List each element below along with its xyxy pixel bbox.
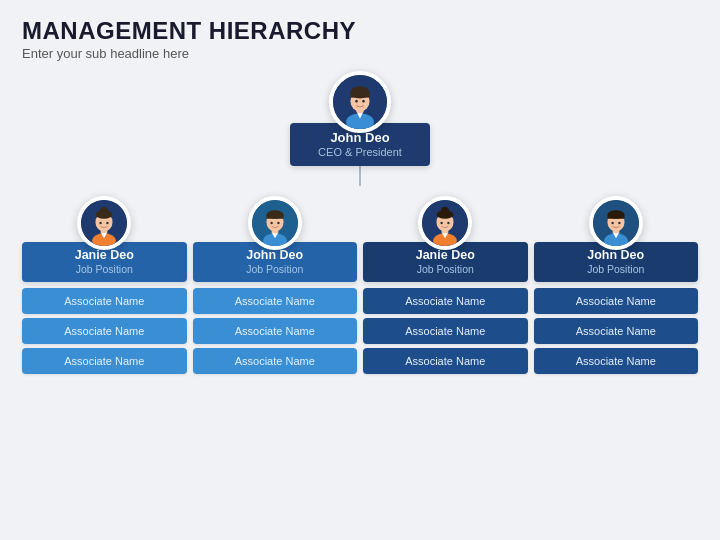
assoc-box-0-2: Associate Name — [22, 348, 187, 374]
svg-point-27 — [277, 222, 279, 224]
assoc-box-1-2: Associate Name — [193, 348, 358, 374]
mid-avatar-1 — [248, 196, 302, 250]
mid-pos-0: Job Position — [28, 263, 181, 275]
assoc-box-2-1: Associate Name — [363, 318, 528, 344]
svg-point-34 — [441, 207, 450, 216]
person-card-3: John Deo Job Position — [534, 196, 699, 282]
assoc-rows-2: Associate Name Associate Name Associate … — [363, 288, 528, 374]
mid-col-0: Janie Deo Job Position Associate Name As… — [22, 196, 187, 374]
svg-point-7 — [355, 100, 358, 103]
org-chart: John Deo CEO & President — [22, 67, 698, 530]
mid-level: Janie Deo Job Position Associate Name As… — [22, 196, 698, 374]
assoc-rows-1: Associate Name Associate Name Associate … — [193, 288, 358, 374]
svg-rect-25 — [266, 215, 283, 219]
svg-point-36 — [447, 222, 449, 224]
ceo-title: CEO & President — [318, 146, 402, 158]
mid-name-3: John Deo — [540, 248, 693, 262]
person-card-1: John Deo Job Position — [193, 196, 358, 282]
assoc-box-2-0: Associate Name — [363, 288, 528, 314]
svg-point-26 — [270, 222, 272, 224]
ceo-avatar — [329, 71, 391, 133]
mid-name-2: Janie Deo — [369, 248, 522, 262]
svg-point-18 — [106, 222, 108, 224]
svg-point-17 — [100, 222, 102, 224]
assoc-box-0-0: Associate Name — [22, 288, 187, 314]
sub-headline: Enter your sub headline here — [22, 46, 698, 61]
assoc-box-1-0: Associate Name — [193, 288, 358, 314]
ceo-level: John Deo CEO & President — [290, 71, 430, 166]
svg-point-44 — [611, 222, 613, 224]
mid-pos-3: Job Position — [540, 263, 693, 275]
assoc-box-3-0: Associate Name — [534, 288, 699, 314]
person-card-0: Janie Deo Job Position — [22, 196, 187, 282]
person-card-2: Janie Deo Job Position — [363, 196, 528, 282]
mid-name-1: John Deo — [199, 248, 352, 262]
assoc-rows-3: Associate Name Associate Name Associate … — [534, 288, 699, 374]
mid-col-3: John Deo Job Position Associate Name Ass… — [534, 196, 699, 374]
header: MANAGEMENT HIERARCHY Enter your sub head… — [22, 18, 698, 61]
mid-avatar-3 — [589, 196, 643, 250]
svg-point-35 — [441, 222, 443, 224]
mid-name-0: Janie Deo — [28, 248, 181, 262]
assoc-box-2-2: Associate Name — [363, 348, 528, 374]
main-title: MANAGEMENT HIERARCHY — [22, 18, 698, 44]
mid-col-2: Janie Deo Job Position Associate Name As… — [363, 196, 528, 374]
ceo-v-connector — [359, 166, 361, 186]
mid-pos-1: Job Position — [199, 263, 352, 275]
assoc-box-3-2: Associate Name — [534, 348, 699, 374]
svg-rect-6 — [350, 93, 369, 98]
svg-point-15 — [100, 207, 109, 216]
svg-point-45 — [618, 222, 620, 224]
slide: MANAGEMENT HIERARCHY Enter your sub head… — [0, 0, 720, 540]
assoc-box-1-1: Associate Name — [193, 318, 358, 344]
mid-pos-2: Job Position — [369, 263, 522, 275]
mid-col-1: John Deo Job Position Associate Name Ass… — [193, 196, 358, 374]
svg-rect-43 — [607, 215, 624, 219]
svg-point-16 — [103, 225, 105, 227]
assoc-box-0-1: Associate Name — [22, 318, 187, 344]
levels-container: Janie Deo Job Position Associate Name As… — [22, 186, 698, 374]
assoc-rows-0: Associate Name Associate Name Associate … — [22, 288, 187, 374]
assoc-box-3-1: Associate Name — [534, 318, 699, 344]
svg-point-8 — [362, 100, 365, 103]
